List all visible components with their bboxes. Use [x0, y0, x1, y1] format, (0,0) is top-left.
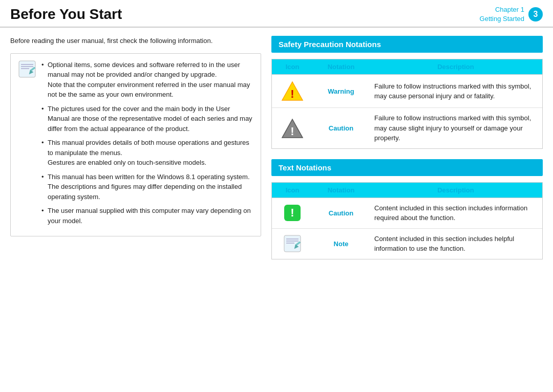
- text-section-header: Text Notations: [271, 159, 543, 176]
- chapter-label: Chapter 1: [480, 5, 524, 14]
- svg-text:!: !: [290, 88, 294, 100]
- text-header-desc: Description: [369, 183, 542, 198]
- table-row: ! Warning Failure to follow instructions…: [272, 75, 542, 108]
- text-table: Icon Notation Description ! Caution Cont…: [271, 182, 543, 259]
- page-header: Before You Start Chapter 1 Getting Start…: [0, 0, 553, 28]
- right-column: Safety Precaution Notations Icon Notatio…: [271, 36, 543, 270]
- text-table-header: Icon Notation Description: [272, 183, 542, 198]
- safety-header-icon: Icon: [272, 59, 313, 74]
- text-header-icon: Icon: [272, 183, 313, 198]
- list-item: Optional items, some devices and softwar…: [41, 60, 253, 100]
- text-note-icon-cell: [272, 229, 313, 258]
- safety-header-desc: Description: [369, 59, 542, 74]
- main-content: Before reading the user manual, first ch…: [0, 28, 553, 278]
- bullet-list: Optional items, some devices and softwar…: [41, 60, 253, 226]
- list-item: This manual has been written for the Win…: [41, 172, 253, 202]
- note-icon: [18, 60, 36, 80]
- intro-text: Before reading the user manual, first ch…: [10, 36, 261, 46]
- text-note-notation: Note: [313, 235, 369, 253]
- safety-header-notation: Notation: [313, 59, 369, 74]
- left-column: Before reading the user manual, first ch…: [10, 36, 261, 270]
- chapter-info: Chapter 1 Getting Started 3: [480, 5, 543, 24]
- page-title: Before You Start: [10, 6, 122, 23]
- note-content: Optional items, some devices and softwar…: [41, 60, 253, 230]
- caution-desc: Failure to follow instructions marked wi…: [369, 108, 542, 148]
- caution-icon-cell: !: [272, 112, 313, 145]
- warning-icon-cell: !: [272, 75, 313, 107]
- text-caution-desc: Content included in this section include…: [369, 198, 542, 228]
- safety-section-header: Safety Precaution Notations: [271, 36, 543, 53]
- chapter-text: Chapter 1 Getting Started: [480, 5, 524, 24]
- text-note-desc: Content included in this section include…: [369, 229, 542, 259]
- note-box: Optional items, some devices and softwar…: [10, 53, 261, 237]
- text-caution-notation: Caution: [313, 204, 369, 222]
- note-pencil-icon: [283, 234, 302, 253]
- list-item: The user manual supplied with this compu…: [41, 206, 253, 226]
- caution-notation: Caution: [313, 119, 369, 137]
- list-item: This manual provides details of both mou…: [41, 138, 253, 168]
- table-row: Note Content included in this section in…: [272, 229, 542, 259]
- safety-table-header: Icon Notation Description: [272, 59, 542, 75]
- list-item: The pictures used for the cover and the …: [41, 104, 253, 134]
- warning-notation: Warning: [313, 82, 369, 100]
- section-label: Getting Started: [480, 14, 524, 24]
- text-caution-icon-cell: !: [272, 200, 313, 226]
- safety-table: Icon Notation Description ! Warning Fail…: [271, 59, 543, 149]
- table-row: ! Caution Content included in this secti…: [272, 198, 542, 229]
- warning-desc: Failure to follow instructions marked wi…: [369, 76, 542, 106]
- page-number: 3: [528, 7, 543, 21]
- table-row: ! Caution Failure to follow instructions…: [272, 108, 542, 148]
- text-header-notation: Notation: [313, 183, 369, 198]
- green-caution-icon: !: [284, 205, 301, 221]
- svg-text:!: !: [290, 125, 294, 138]
